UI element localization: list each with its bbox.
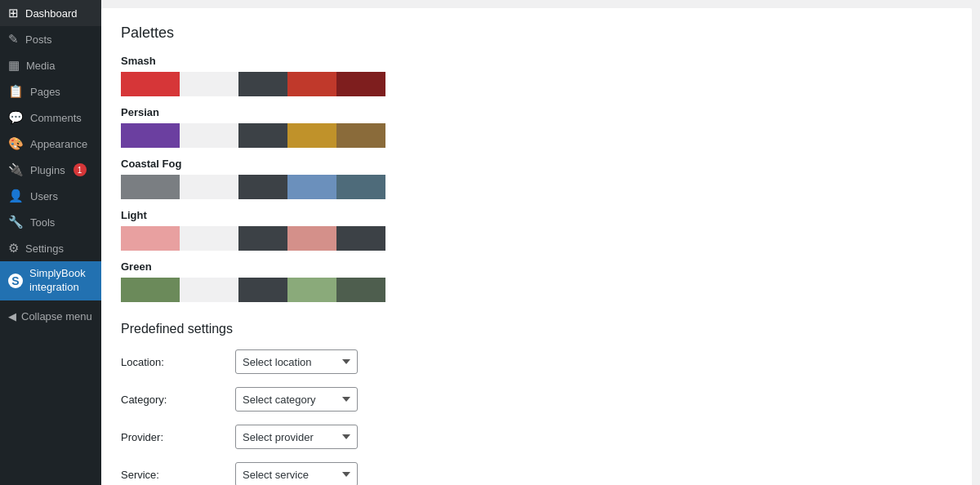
palette-persian-swatches [121,123,952,148]
sidebar-item-comments-label: Comments [30,112,82,124]
sidebar-item-comments[interactable]: 💬 Comments [0,105,101,131]
comments-icon: 💬 [8,110,24,125]
swatch [336,278,385,302]
palette-persian-name: Persian [121,106,952,118]
swatch [336,123,385,148]
sidebar-item-posts[interactable]: ✎ Posts [0,26,101,52]
sidebar-item-settings[interactable]: ⚙ Settings [0,235,101,261]
users-icon: 👤 [8,189,24,203]
dashboard-icon: ⊞ [8,6,19,20]
service-select[interactable]: Select service [235,462,358,485]
service-label: Service: [121,469,235,481]
swatch [121,278,180,302]
swatch [180,123,238,148]
swatch [180,72,238,96]
palette-smash: Smash [121,55,952,96]
provider-label: Provider: [121,431,235,443]
swatch [238,72,287,96]
plugins-badge: 1 [74,163,87,176]
simplybook-icon: S [8,274,23,288]
sidebar-item-tools-label: Tools [30,216,55,229]
sidebar-item-dashboard-label: Dashboard [25,7,78,20]
palette-coastal-fog-name: Coastal Fog [121,158,952,170]
predefined-title: Predefined settings [121,322,952,336]
sidebar-item-users-label: Users [30,190,58,202]
sidebar-item-simplybook[interactable]: S SimplyBook integration [0,261,101,300]
palette-light-name: Light [121,209,952,221]
predefined-section: Predefined settings Location: Select loc… [121,322,952,485]
palette-smash-swatches [121,72,952,96]
provider-row: Provider: Select provider [121,425,952,449]
swatch [238,175,287,199]
swatch [121,175,180,199]
sidebar-item-appearance-label: Appearance [30,138,87,150]
swatch [287,72,336,96]
swatch [287,226,336,251]
swatch [121,72,180,96]
sidebar-item-appearance[interactable]: 🎨 Appearance [0,131,101,157]
tools-icon: 🔧 [8,215,24,229]
media-icon: ▦ [8,58,20,73]
sidebar-item-plugins-label: Plugins [30,164,65,176]
palette-persian: Persian [121,106,952,148]
swatch [287,123,336,148]
palette-light-swatches [121,226,952,251]
swatch [121,123,180,148]
category-row: Category: Select category [121,387,952,412]
swatch [287,278,336,302]
swatch [180,226,238,251]
swatch [121,226,180,251]
sidebar-item-tools[interactable]: 🔧 Tools [0,209,101,235]
palette-coastal-fog: Coastal Fog [121,158,952,199]
swatch [238,226,287,251]
swatch [336,226,385,251]
sidebar-item-plugins[interactable]: 🔌 Plugins 1 [0,157,101,183]
swatch [336,72,385,96]
location-select[interactable]: Select location [235,349,358,374]
content-area: Palettes Smash Persian [101,8,972,485]
category-select[interactable]: Select category [235,387,358,412]
palette-light: Light [121,209,952,251]
settings-icon: ⚙ [8,241,19,256]
sidebar-item-posts-label: Posts [25,33,52,46]
collapse-menu-label: Collapse menu [21,310,92,323]
swatch [336,175,385,199]
sidebar-item-simplybook-label: SimplyBook integration [29,267,93,295]
collapse-menu[interactable]: ◀ Collapse menu [0,304,101,329]
collapse-arrow-icon: ◀ [8,310,16,323]
palette-green-swatches [121,278,952,302]
palette-green-name: Green [121,260,952,273]
swatch [238,123,287,148]
sidebar-item-settings-label: Settings [25,242,64,255]
posts-icon: ✎ [8,32,19,47]
palette-smash-name: Smash [121,55,952,67]
sidebar-item-pages-label: Pages [30,86,60,98]
swatch [180,278,238,302]
sidebar-item-users[interactable]: 👤 Users [0,183,101,209]
provider-select[interactable]: Select provider [235,425,358,449]
sidebar-item-pages[interactable]: 📋 Pages [0,78,101,105]
location-row: Location: Select location [121,349,952,374]
swatch [238,278,287,302]
main-content: Palettes Smash Persian [101,0,980,485]
sidebar-item-media-label: Media [26,60,55,72]
sidebar-item-media[interactable]: ▦ Media [0,52,101,78]
palettes-title: Palettes [121,24,952,42]
plugins-icon: 🔌 [8,162,24,177]
swatch [287,175,336,199]
sidebar-item-dashboard[interactable]: ⊞ Dashboard [0,0,101,26]
palette-coastal-fog-swatches [121,175,952,199]
palette-green: Green [121,260,952,302]
swatch [180,175,238,199]
appearance-icon: 🎨 [8,136,24,151]
location-label: Location: [121,356,235,368]
sidebar: ⊞ Dashboard ✎ Posts ▦ Media 📋 Pages 💬 Co… [0,0,101,485]
pages-icon: 📋 [8,84,24,99]
service-row: Service: Select service [121,462,952,485]
category-label: Category: [121,394,235,406]
